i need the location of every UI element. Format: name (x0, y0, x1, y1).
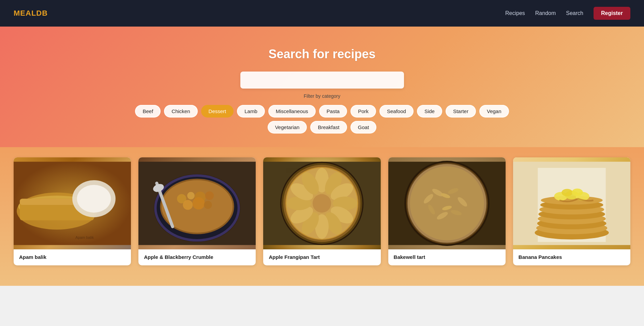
food-card-image-banana-pancakes (513, 157, 630, 249)
brand-logo[interactable]: MEALDB (14, 9, 48, 18)
category-pill-lamb[interactable]: Lamb (237, 105, 265, 118)
category-pill-breakfast[interactable]: Breakfast (310, 121, 347, 134)
category-pill-vegan[interactable]: Vegan (479, 105, 509, 118)
svg-point-68 (572, 189, 583, 196)
hero-section: Search for recipes Filter by category Be… (0, 27, 644, 147)
svg-point-19 (204, 201, 212, 209)
food-card-apple-tart[interactable]: Apple Frangipan Tart (263, 157, 380, 265)
register-button[interactable]: Register (594, 7, 630, 20)
category-pill-pasta[interactable]: Pasta (319, 105, 347, 118)
food-card-label-apple-crumble: Apple & Blackberry Crumble (138, 249, 256, 265)
hero-title: Search for recipes (268, 47, 375, 61)
category-pill-dessert[interactable]: Dessert (201, 105, 234, 118)
food-card-image-apple-crumble (138, 157, 256, 249)
food-card-image-apple-tart (263, 157, 380, 249)
food-card-label-banana-pancakes: Banana Pancakes (513, 249, 630, 265)
svg-point-14 (187, 192, 195, 199)
filter-label: Filter by category (304, 93, 340, 99)
food-card-bakewell-tart[interactable]: Bakewell tart (388, 157, 506, 265)
search-input[interactable] (240, 72, 404, 89)
category-pill-miscellaneous[interactable]: Miscellaneous (268, 105, 316, 118)
svg-text:Apam balik: Apam balik (75, 235, 94, 239)
category-pill-side[interactable]: Side (417, 105, 442, 118)
food-card-apam-balik[interactable]: Apam balik Apam balik (14, 157, 131, 265)
food-card-image-bakewell-tart (388, 157, 506, 249)
category-pill-vegetarian[interactable]: Vegetarian (268, 121, 307, 134)
food-card-label-bakewell-tart: Bakewell tart (388, 249, 506, 265)
svg-point-6 (77, 185, 111, 213)
food-card-label-apam-balik: Apam balik (14, 249, 131, 265)
svg-point-53 (407, 163, 487, 244)
category-pill-goat[interactable]: Goat (350, 121, 377, 134)
food-card-banana-pancakes[interactable]: Banana Pancakes (513, 157, 630, 265)
svg-point-39 (286, 168, 357, 239)
nav-random[interactable]: Random (535, 10, 556, 16)
food-cards-section: Apam balik Apam balik Apple & Blackberry… (0, 147, 644, 286)
category-pill-starter[interactable]: Starter (446, 105, 476, 118)
cards-grid: Apam balik Apam balik Apple & Blackberry… (14, 157, 630, 265)
svg-point-17 (183, 200, 193, 210)
food-card-image-apam-balik: Apam balik (14, 157, 131, 249)
navbar: MEALDB Recipes Random Search Register (0, 0, 644, 27)
food-card-label-apple-tart: Apple Frangipan Tart (263, 249, 380, 265)
svg-point-18 (193, 197, 205, 209)
food-card-apple-crumble[interactable]: Apple & Blackberry Crumble (138, 157, 256, 265)
nav-links: Recipes Random Search Register (505, 7, 630, 20)
category-pill-beef[interactable]: Beef (135, 105, 161, 118)
category-pill-seafood[interactable]: Seafood (379, 105, 414, 118)
nav-search[interactable]: Search (566, 10, 583, 16)
svg-point-16 (205, 191, 214, 200)
category-pill-chicken[interactable]: Chicken (164, 105, 197, 118)
nav-recipes[interactable]: Recipes (505, 10, 525, 16)
category-pill-pork[interactable]: Pork (350, 105, 376, 118)
svg-point-67 (561, 189, 573, 196)
category-filters: BeefChickenDessertLambMiscellaneousPasta… (118, 105, 527, 134)
